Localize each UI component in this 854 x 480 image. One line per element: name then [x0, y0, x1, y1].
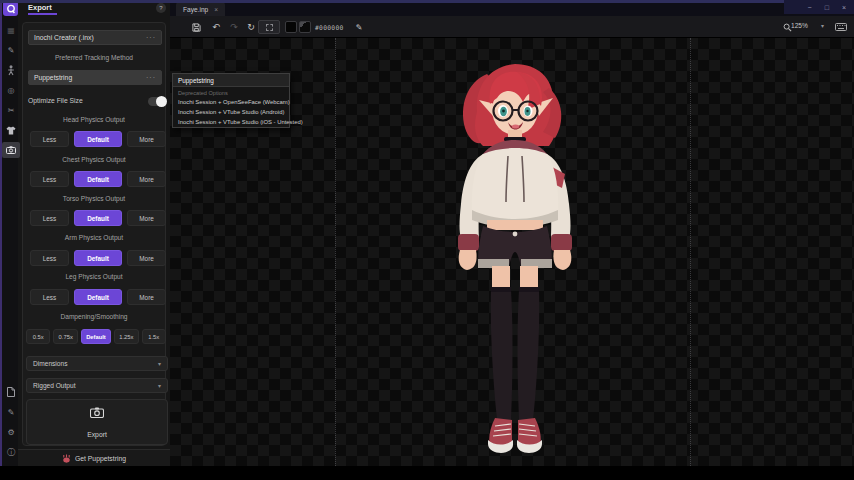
- leg-more-button[interactable]: More: [127, 289, 166, 305]
- panel-title: Export: [28, 3, 52, 12]
- export-button-label: Export: [27, 431, 167, 438]
- pencil-icon[interactable]: ✎: [2, 404, 20, 420]
- damp-default-button[interactable]: Default: [81, 329, 111, 344]
- grid-icon[interactable]: ▦: [2, 22, 20, 38]
- chest-more-button[interactable]: More: [127, 171, 166, 187]
- optimize-file-size-toggle[interactable]: [148, 97, 166, 106]
- export-format-label: Inochi Creator (.inx): [34, 34, 94, 41]
- toggle-knob: [156, 96, 167, 107]
- help-icon[interactable]: ?: [156, 3, 166, 13]
- arm-default-button[interactable]: Default: [74, 250, 122, 266]
- file-icon[interactable]: [2, 384, 20, 400]
- chevron-down-icon: ▾: [158, 360, 161, 367]
- arm-physics-options: Less Default More: [30, 250, 166, 266]
- damp-0-75x-button[interactable]: 0.75x: [53, 329, 77, 344]
- window-controls: − □ ×: [784, 0, 854, 14]
- minimize-button[interactable]: −: [808, 4, 812, 11]
- tracking-method-selector[interactable]: Puppetstring ···: [28, 70, 162, 85]
- rigged-output-section[interactable]: Rigged Output ▾: [26, 378, 168, 393]
- zoom-level[interactable]: 125%: [791, 22, 808, 29]
- pen-icon[interactable]: ✎: [351, 19, 367, 35]
- torso-default-button[interactable]: Default: [74, 210, 122, 226]
- rigged-output-label: Rigged Output: [33, 382, 76, 389]
- vertical-guide-right[interactable]: [690, 38, 691, 466]
- tracking-method-value: Puppetstring: [34, 74, 72, 81]
- chevron-down-icon: ▾: [158, 382, 161, 389]
- damp-1-5x-button[interactable]: 1.5x: [142, 329, 166, 344]
- head-more-button[interactable]: More: [127, 131, 166, 147]
- tab-faye[interactable]: Faye.inp ×: [176, 2, 225, 16]
- leg-less-button[interactable]: Less: [30, 289, 69, 305]
- arm-less-button[interactable]: Less: [30, 250, 69, 266]
- arm-more-button[interactable]: More: [127, 250, 166, 266]
- screenshot-camera-icon[interactable]: [2, 142, 20, 158]
- window-title-strip: [0, 0, 854, 3]
- head-less-button[interactable]: Less: [30, 131, 69, 147]
- bottom-letterbox: [0, 466, 854, 480]
- tracking-method-heading: Preferred Tracking Method: [18, 54, 170, 61]
- export-format-selector[interactable]: Inochi Creator (.inx) ···: [28, 30, 162, 45]
- tab-close-icon[interactable]: ×: [214, 6, 218, 13]
- torso-physics-options: Less Default More: [30, 210, 166, 226]
- damp-1-25x-button[interactable]: 1.25x: [114, 329, 138, 344]
- redo-button[interactable]: ↷: [226, 19, 242, 35]
- head-default-button[interactable]: Default: [74, 131, 122, 147]
- cut-icon[interactable]: ✂: [2, 102, 20, 118]
- more-options-icon[interactable]: ···: [146, 74, 156, 81]
- target-icon[interactable]: ◎: [2, 82, 20, 98]
- get-puppetstring-link[interactable]: Get Puppetstring: [18, 449, 170, 466]
- torso-less-button[interactable]: Less: [30, 210, 69, 226]
- head-physics-options: Less Default More: [30, 131, 166, 147]
- dimensions-label: Dimensions: [33, 360, 67, 367]
- dampening-label: Dampening/Smoothing: [18, 313, 170, 320]
- more-options-icon[interactable]: ···: [146, 34, 156, 41]
- selection-frame-button[interactable]: [258, 20, 280, 34]
- chest-default-button[interactable]: Default: [74, 171, 122, 187]
- close-button[interactable]: ×: [842, 4, 846, 11]
- dropdown-item-vtube-android[interactable]: Inochi Session + VTube Studio (Android): [173, 107, 289, 117]
- dropdown-item-openseeface[interactable]: Inochi Session + OpenSeeFace (Webcam): [173, 97, 289, 107]
- vertical-guide-left[interactable]: [335, 38, 336, 466]
- leg-physics-label: Leg Physics Output: [18, 273, 170, 280]
- torso-more-button[interactable]: More: [127, 210, 166, 226]
- head-physics-label: Head Physics Output: [18, 116, 170, 123]
- chest-physics-label: Chest Physics Output: [18, 156, 170, 163]
- clothing-shirt-icon[interactable]: [2, 122, 20, 138]
- camera-icon: [27, 407, 167, 418]
- dropdown-deprecated-header: Deprecated Options: [173, 87, 289, 97]
- character-model-faye[interactable]: [437, 60, 597, 460]
- torso-physics-label: Torso Physics Output: [18, 195, 170, 202]
- background-color-swatch[interactable]: [299, 21, 311, 33]
- chest-physics-options: Less Default More: [30, 171, 166, 187]
- damp-0-5x-button[interactable]: 0.5x: [26, 329, 50, 344]
- inochi-creator-logo: [3, 1, 18, 16]
- undo-button[interactable]: ↶: [208, 19, 224, 35]
- fill-color-swatch[interactable]: [285, 21, 297, 33]
- dropdown-item-puppetstring[interactable]: Puppetstring: [173, 74, 289, 87]
- tracking-method-dropdown: Puppetstring Deprecated Options Inochi S…: [172, 73, 290, 128]
- save-button[interactable]: [188, 19, 204, 35]
- gear-icon[interactable]: ⚙: [2, 424, 20, 440]
- leg-physics-options: Less Default More: [30, 289, 166, 305]
- pose-person-icon[interactable]: [2, 62, 20, 78]
- zoom-chevron-down-icon[interactable]: ▾: [821, 22, 824, 29]
- tab-label: Faye.inp: [183, 6, 208, 13]
- dimensions-section[interactable]: Dimensions ▾: [26, 356, 168, 371]
- export-panel: Export ? Inochi Creator (.inx) ··· Prefe…: [18, 0, 170, 466]
- get-puppetstring-label: Get Puppetstring: [75, 455, 126, 462]
- dropdown-item-vtube-ios[interactable]: Inochi Session + VTube Studio (iOS - Unt…: [173, 117, 289, 127]
- brush-icon[interactable]: ✎: [2, 42, 20, 58]
- viewport-toolbar: ↶ ↷ ↻ #000000 ✎ 125% ▾: [170, 16, 854, 38]
- chest-less-button[interactable]: Less: [30, 171, 69, 187]
- color-hex-input[interactable]: #000000: [315, 21, 344, 33]
- inochi-creator-window: Faye.inp × ↶ ↷ ↻ #000000 ✎ 125% ▾: [0, 0, 854, 480]
- info-icon[interactable]: ⓘ: [2, 444, 20, 460]
- leg-default-button[interactable]: Default: [74, 289, 122, 305]
- export-button[interactable]: Export: [26, 399, 168, 445]
- maximize-button[interactable]: □: [825, 4, 829, 11]
- viewport: Faye.inp × ↶ ↷ ↻ #000000 ✎ 125% ▾: [170, 0, 854, 466]
- dampening-options: 0.5x 0.75x Default 1.25x 1.5x: [26, 329, 166, 344]
- refresh-button[interactable]: ↻: [243, 19, 259, 35]
- active-tab-underline: [28, 13, 57, 15]
- keyboard-shortcuts-icon[interactable]: [833, 19, 849, 35]
